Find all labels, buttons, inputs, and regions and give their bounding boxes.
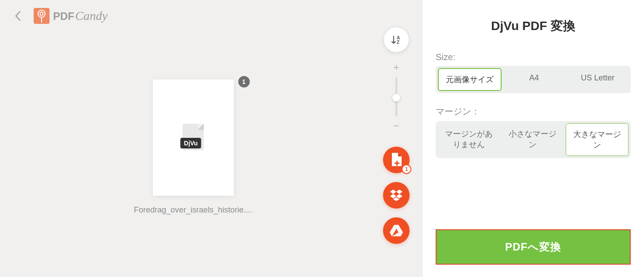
- svg-point-0: [38, 10, 45, 17]
- settings-pane: DjVu PDF 変換 Size: 元画像サイズ A4 US Letter マー…: [422, 0, 644, 277]
- file-index-badge: 1: [238, 76, 249, 87]
- file-thumbnail: DjVu: [153, 80, 234, 196]
- zoom-control: + −: [392, 61, 401, 133]
- dropbox-button[interactable]: [383, 182, 410, 209]
- file-add-icon: [390, 153, 402, 167]
- file-type-icon: DjVu: [181, 124, 205, 152]
- logo-pdf-text: PDF: [53, 10, 74, 23]
- dropbox-icon: [390, 190, 403, 201]
- app-logo[interactable]: PDF Candy: [34, 8, 107, 24]
- add-file-button[interactable]: 1: [383, 147, 410, 173]
- file-area: DjVu 1 Foredrag_over_israels_historie...…: [134, 80, 253, 215]
- margin-option-small[interactable]: 小さなマージン: [502, 123, 564, 156]
- zoom-in-button[interactable]: +: [392, 61, 401, 74]
- size-option-a4[interactable]: A4: [503, 68, 565, 91]
- zoom-out-button[interactable]: −: [392, 119, 401, 133]
- chevron-left-icon: [15, 11, 21, 21]
- file-item[interactable]: DjVu 1: [153, 80, 234, 196]
- file-format-badge: DjVu: [180, 138, 201, 148]
- google-drive-icon: [390, 225, 403, 236]
- margin-option-large[interactable]: 大きなマージン: [566, 123, 629, 156]
- logo-candy-text: Candy: [75, 9, 107, 23]
- zoom-slider[interactable]: [395, 77, 397, 117]
- google-drive-button[interactable]: [383, 217, 410, 244]
- header: PDF Candy: [0, 0, 422, 32]
- margin-segmented: マージンがありません 小さなマージン 大きなマージン: [436, 121, 631, 158]
- margin-option-none[interactable]: マージンがありません: [438, 123, 500, 156]
- svg-text:Z: Z: [397, 40, 399, 45]
- editor-pane: PDF Candy DjVu 1 Foredrag_over_israels_h…: [0, 0, 422, 277]
- file-count-badge: 1: [402, 164, 411, 174]
- zoom-thumb[interactable]: [392, 94, 400, 102]
- sort-button[interactable]: A Z: [384, 27, 409, 52]
- size-option-original[interactable]: 元画像サイズ: [438, 68, 502, 91]
- svg-point-1: [40, 12, 43, 15]
- panel-title: DjVu PDF 変換: [436, 18, 631, 34]
- back-button[interactable]: [12, 11, 23, 21]
- logo-text: PDF Candy: [53, 9, 107, 23]
- tools-column: A Z + − 1: [383, 27, 410, 244]
- size-segmented: 元画像サイズ A4 US Letter: [436, 66, 631, 93]
- svg-rect-7: [395, 163, 399, 164]
- file-name-label: Foredrag_over_israels_historie....: [134, 205, 253, 215]
- size-option-usletter[interactable]: US Letter: [567, 68, 629, 91]
- size-label: Size:: [436, 52, 631, 62]
- margin-label: マージン：: [436, 106, 631, 118]
- convert-button[interactable]: PDFへ変換: [436, 229, 631, 265]
- logo-icon: [34, 8, 50, 24]
- sort-az-icon: A Z: [391, 34, 402, 45]
